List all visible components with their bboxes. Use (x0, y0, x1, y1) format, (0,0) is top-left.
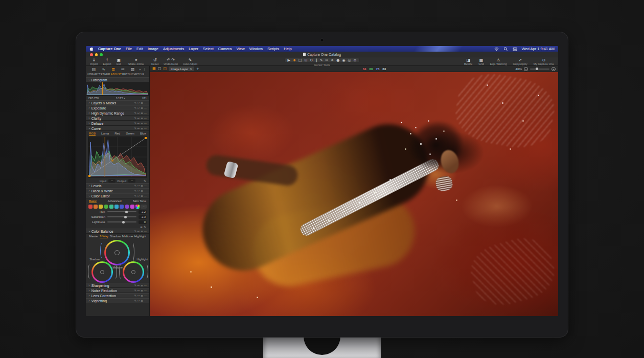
menu-item-camera[interactable]: Camera (218, 47, 232, 51)
saturation-value[interactable]: 2.3 (139, 215, 147, 219)
my-capture-one-button[interactable]: ⊙ My Capture One (534, 58, 554, 66)
undo-icon[interactable]: ↶ (167, 58, 170, 62)
curve-tab-luma[interactable]: Luma (101, 132, 109, 135)
swatch-yellow[interactable] (99, 205, 103, 209)
search-icon[interactable] (503, 47, 508, 51)
menu-item-scripts[interactable]: Scripts (267, 47, 279, 51)
ce-tab-advanced[interactable]: Advanced (108, 199, 122, 203)
panel-action-icons[interactable]: ✎ ↩ ≡ ⋯ (134, 111, 147, 115)
cursor-tool-spot[interactable]: ◎ (348, 58, 351, 62)
cursor-tool-erase-mask[interactable]: ✏ (326, 58, 329, 62)
panel-high-dynamic-range[interactable]: › High Dynamic Range ✎ ↩ ≡ ⋯ (86, 110, 149, 116)
view-mode-multi-icon[interactable]: ▦ (152, 67, 156, 71)
close-button[interactable] (90, 53, 93, 56)
zoom-in-icon[interactable]: + (551, 67, 556, 71)
panel-menu-icon[interactable]: ⋯ (144, 78, 147, 81)
tab-tether-icon[interactable]: ∿ (99, 67, 108, 72)
color-editor-footer-icons[interactable]: ≡ ✎ (140, 225, 146, 229)
panel-curve[interactable]: › Curve ✎ ↩ ≡ ⋯ (86, 126, 149, 131)
midtone-right-arc[interactable] (130, 242, 134, 262)
panel-color-editor[interactable]: › Color Editor ✎ ↩ ≡ ⋯ (86, 193, 149, 198)
menu-item-edit[interactable]: Edit (136, 47, 143, 51)
tab-retouch[interactable]: RETOUCH (122, 73, 134, 77)
midtone-left-arc[interactable] (100, 242, 105, 259)
curve-graph[interactable] (88, 137, 147, 177)
panel-levels[interactable]: › Levels ✎ ↩ ≡ ⋯ (86, 183, 149, 188)
swatch-more-button[interactable]: ‒ (141, 205, 147, 209)
curve-tab-rgb[interactable]: RGB (89, 132, 96, 136)
panel-action-icons[interactable]: ✎ ↩ ≡ ⋯ (134, 299, 147, 302)
panel-layers-masks[interactable]: › Layers & Masks ✎ ↩ ≡ ⋯ (86, 100, 149, 105)
curve-pen-icon[interactable]: ✎ (144, 179, 146, 183)
panel-action-icons[interactable]: ✎ ↩ ≡ ⋯ (134, 230, 147, 233)
panel-sharpening[interactable]: › Sharpening ✎ ↩ ≡ ⋯ (86, 283, 149, 288)
cursor-tool-heal[interactable]: ● (336, 58, 339, 62)
panel-action-icons[interactable]: ✎ ↩ ≡ ⋯ (134, 189, 147, 192)
menu-item-capture-one[interactable]: Capture One (98, 47, 121, 51)
stepper-icon[interactable]: ⇅ (190, 68, 192, 71)
panel-action-icons[interactable]: ✎ ↩ ≡ ⋯ (134, 101, 147, 104)
tab-adjust-icon[interactable]: ≣ (108, 67, 118, 72)
minimize-button[interactable] (95, 53, 98, 56)
cursor-tool-select[interactable]: ▶ (288, 58, 290, 62)
swatch-cyan[interactable] (114, 205, 119, 209)
saturation-thumb[interactable] (124, 216, 127, 218)
lightness-thumb[interactable] (122, 221, 125, 223)
cb-tab-midtone[interactable]: Midtone (122, 235, 133, 238)
shadow-wheel[interactable] (91, 261, 113, 283)
tab-more-icon[interactable]: ⋮ (143, 68, 146, 72)
copy-apply-button[interactable]: ↗ Copy/Apply (513, 58, 527, 66)
swatch-green[interactable] (104, 205, 108, 209)
menu-item-select[interactable]: Select (203, 47, 214, 51)
tab-library-icon[interactable]: ▤ (89, 67, 99, 72)
panel-noise-reduction[interactable]: › Noise Reduction ✎ ↩ ≡ ⋯ (86, 288, 149, 293)
cursor-tool-gradient-mask[interactable]: ✒ (331, 58, 334, 62)
panel-action-icons[interactable]: ✎ ↩ ≡ ⋯ (134, 117, 147, 120)
panel-color-balance[interactable]: › Color Balance ✎ ↩ ≡ ⋯ (86, 229, 149, 234)
cull-button[interactable]: ▣ Cull (117, 58, 121, 66)
panel-dehaze[interactable]: › Dehaze ✎ ↩ ≡ ⋯ (86, 121, 149, 126)
input-value[interactable]: -- (108, 179, 116, 183)
tab-overflow-icon[interactable]: » (139, 68, 141, 72)
midtone-wheel[interactable] (104, 240, 130, 265)
panel-action-icons[interactable]: ✎ ↩ ≡ ⋯ (134, 294, 147, 297)
panel-action-icons[interactable]: ✎ ↩ ≡ ⋯ (134, 194, 147, 197)
view-mode-split-icon[interactable]: ◫ (163, 67, 167, 71)
ce-tab-skin-tone[interactable]: Skin Tone (133, 199, 146, 203)
curve-tab-blue[interactable]: Blue (140, 132, 146, 135)
panel-vignetting[interactable]: › Vignetting ✎ ↩ ≡ ⋯ (86, 298, 149, 303)
export-button[interactable]: ↑ Export (103, 58, 111, 66)
layer-selector[interactable]: Image Layer ⇅ (169, 66, 194, 71)
photo-canvas[interactable] (150, 72, 558, 316)
curve-tab-green[interactable]: Green (126, 132, 134, 135)
view-mode-single-icon[interactable]: ▢ (158, 67, 162, 71)
menu-clock[interactable]: Wed Apr 1 9:41 AM (522, 47, 555, 51)
cursor-tool-clone[interactable]: ◉ (342, 58, 345, 62)
tab-tether[interactable]: TETHER (99, 73, 110, 77)
swatch-magenta[interactable] (130, 205, 134, 209)
tab-style[interactable]: STYLE (134, 73, 146, 77)
cursor-tool-draw-mask[interactable]: ✎ (320, 58, 323, 62)
auto-adjust-button[interactable]: ✎ Auto Adjust (183, 58, 197, 66)
panel-exposure[interactable]: › Exposure ✎ ↩ ≡ ⋯ (86, 105, 149, 110)
panel-action-icons[interactable]: ✎ ↩ ≡ ⋯ (134, 127, 147, 130)
tab-style-icon[interactable]: ▧ (128, 67, 137, 72)
shadow-right-arc[interactable] (112, 263, 117, 280)
highlight-wheel[interactable] (123, 261, 144, 283)
cb-tab-3way[interactable]: 3-Way (100, 235, 108, 238)
panel-clarity[interactable]: › Clarity ✎ ↩ ≡ ⋯ (86, 116, 149, 121)
menu-item-layer[interactable]: Layer (189, 47, 198, 51)
saturation-slider[interactable] (107, 216, 136, 217)
lightness-slider[interactable] (107, 221, 136, 222)
swatch-purple[interactable] (125, 205, 129, 209)
highlight-right-arc[interactable] (144, 263, 148, 280)
exposure-warning-button[interactable]: ⚠ Exp. Warning (490, 58, 507, 66)
cursor-tool-pick[interactable]: ⊕ (354, 58, 357, 62)
zoom-out-icon[interactable]: − (524, 67, 528, 71)
swatch-red[interactable] (88, 205, 93, 209)
grid-button[interactable]: ▦ Grid (478, 58, 484, 66)
wifi-icon[interactable] (494, 47, 499, 51)
undo-redo-button[interactable]: ↶ ↷ Undo/Redo (164, 58, 178, 66)
add-layer-button[interactable]: + (196, 67, 199, 71)
swatch-mint[interactable] (109, 205, 113, 209)
